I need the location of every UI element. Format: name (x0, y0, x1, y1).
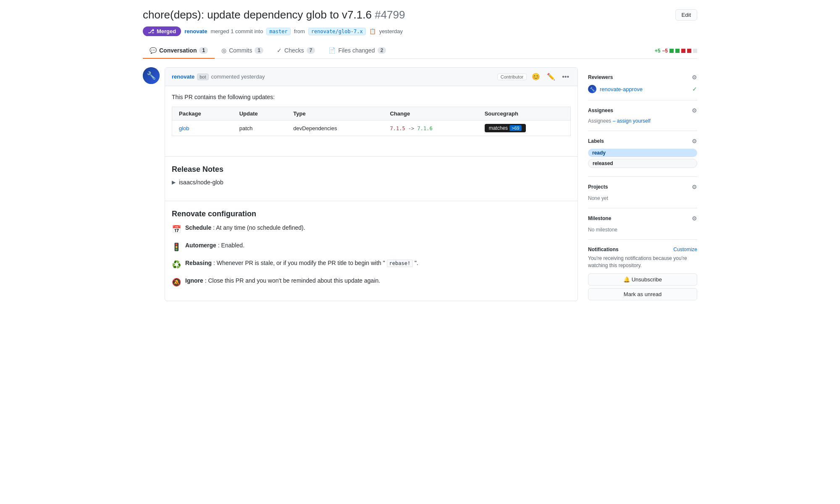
milestone-empty: No milestone (588, 227, 617, 233)
diff-block-1 (669, 49, 674, 53)
sg-matches-label: matches (489, 125, 508, 131)
base-branch[interactable]: master (266, 28, 290, 35)
ignore-emoji: 🔕 (172, 277, 181, 288)
automerge-emoji: 🚦 (172, 242, 181, 253)
tab-commits-label: Commits (229, 47, 252, 54)
edit-button[interactable]: Edit (675, 9, 697, 21)
reviewer-name[interactable]: renovate-approve (600, 86, 689, 92)
avatar-image: 🔧 (143, 67, 160, 84)
labels-gear[interactable]: ⚙ (692, 138, 697, 144)
reviewers-title: Reviewers (588, 74, 613, 80)
sourcegraph-button[interactable]: matches >69 (485, 124, 526, 132)
tab-files-label: Files changed (338, 47, 375, 54)
add-reaction-button[interactable]: 😊 (530, 72, 542, 81)
triangle-icon: ▶ (172, 179, 176, 185)
comment-intro: This PR contains the following updates: (172, 93, 571, 102)
pr-author[interactable]: renovate (184, 28, 207, 34)
ignore-label: Ignore (185, 277, 203, 284)
pr-title-row: chore(deps): update dependency glob to v… (143, 8, 697, 21)
merge-icon: ⎇ (148, 28, 154, 34)
col-type: Type (286, 107, 383, 121)
release-notes-label: isaacs/node-glob (179, 179, 223, 186)
customize-link[interactable]: Customize (673, 247, 697, 252)
main-content: 🔧 renovate bot commented yesterday Contr… (143, 67, 697, 310)
merged-label: Merged (157, 28, 176, 34)
mark-unread-button[interactable]: Mark as unread (588, 288, 697, 300)
milestone-title: Milestone (588, 215, 611, 221)
more-options-button[interactable]: ••• (560, 72, 571, 81)
comment-thread: 🔧 renovate bot commented yesterday Contr… (143, 67, 578, 301)
renovate-config-title: Renovate configuration (172, 210, 571, 218)
release-notes-section: Release Notes ▶ isaacs/node-glob (165, 165, 578, 192)
pr-title-text: chore(deps): update dependency glob to v… (143, 8, 372, 21)
tab-files-changed[interactable]: 📄 Files changed 2 (322, 43, 393, 59)
sidebar-reviewers: Reviewers ⚙ 🔧 renovate-approve ✓ (588, 67, 697, 100)
type-cell: devDependencies (286, 121, 383, 136)
release-notes-item[interactable]: ▶ isaacs/node-glob (172, 179, 571, 186)
rebasing-label: Rebasing (185, 260, 212, 266)
diff-block-3 (681, 49, 685, 53)
pr-action: merged 1 commit into (210, 28, 263, 34)
col-change: Change (383, 107, 478, 121)
change-cell: 7.1.5 -> 7.1.6 (383, 121, 478, 136)
automerge-value: : Enabled. (218, 242, 244, 249)
col-update: Update (233, 107, 287, 121)
copy-branch-icon[interactable]: 📋 (369, 28, 376, 34)
pkg-link[interactable]: glob (179, 125, 189, 131)
notifications-title: Notifications (588, 247, 619, 252)
avatar: 🔧 (143, 67, 160, 84)
labels-header: Labels ⚙ (588, 138, 697, 144)
diff-minus: −5 (662, 48, 668, 54)
tabs-bar: 💬 Conversation 1 ◎ Commits 1 ✓ Checks 7 … (143, 43, 697, 59)
comment-box: renovate bot commented yesterday Contrib… (165, 67, 578, 301)
assignees-header: Assignees ⚙ (588, 107, 697, 114)
reviewer-avatar: 🔧 (588, 85, 596, 93)
config-rebasing: ♻️ Rebasing : Whenever PR is stale, or i… (172, 259, 571, 270)
unsubscribe-button[interactable]: 🔔 Unsubscribe (588, 273, 697, 286)
sidebar-milestone: Milestone ⚙ No milestone (588, 208, 697, 240)
head-branch[interactable]: renovate/glob-7.x (308, 28, 366, 35)
config-schedule: 📅 Schedule : At any time (no schedule de… (172, 223, 571, 235)
diff-block-4 (687, 49, 691, 53)
label-chip-released[interactable]: released (588, 159, 697, 168)
pr-title: chore(deps): update dependency glob to v… (143, 8, 405, 21)
tab-checks[interactable]: ✓ Checks 7 (270, 43, 322, 59)
pkg-cell: glob (172, 121, 233, 136)
projects-gear[interactable]: ⚙ (692, 184, 697, 190)
tab-commits-count: 1 (255, 47, 263, 54)
comment-header: renovate bot commented yesterday Contrib… (165, 68, 578, 86)
pr-meta: ⎇ Merged renovate merged 1 commit into m… (143, 26, 697, 36)
edit-comment-button[interactable]: ✏️ (545, 72, 557, 81)
commenter-name[interactable]: renovate (172, 74, 194, 80)
renovate-config-section: Renovate configuration 📅 Schedule : At a… (165, 210, 578, 301)
label-chip-ready[interactable]: ready (588, 149, 697, 157)
projects-empty: None yet (588, 195, 608, 201)
milestone-header: Milestone ⚙ (588, 215, 697, 222)
tab-checks-count: 7 (307, 47, 315, 54)
sg-cell: matches >69 (478, 121, 571, 136)
commits-icon: ◎ (221, 47, 226, 54)
merged-badge: ⎇ Merged (143, 26, 181, 36)
notifications-header: Notifications Customize (588, 247, 697, 252)
approved-icon: ✓ (692, 86, 697, 92)
rebasing-emoji: ♻️ (172, 259, 181, 270)
update-cell: patch (233, 121, 287, 136)
assignees-title: Assignees (588, 108, 613, 113)
notifications-desc: You're receiving notifications because y… (588, 255, 697, 269)
tab-conversation[interactable]: 💬 Conversation 1 (143, 43, 215, 59)
sidebar-projects: Projects ⚙ None yet (588, 177, 697, 208)
config-automerge-text: Automerge : Enabled. (185, 241, 571, 250)
assignees-gear[interactable]: ⚙ (692, 107, 697, 114)
sidebar-assignees: Assignees ⚙ Assignees – assign yourself (588, 100, 697, 131)
milestone-gear[interactable]: ⚙ (692, 215, 697, 222)
assign-yourself: Assignees – assign yourself (588, 118, 697, 124)
comment-header-left: renovate bot commented yesterday (172, 74, 265, 80)
tab-commits[interactable]: ◎ Commits 1 (215, 43, 270, 59)
tab-files-count: 2 (378, 47, 386, 54)
sidebar-notifications: Notifications Customize You're receiving… (588, 240, 697, 310)
contributor-badge: Contributor (497, 74, 527, 80)
assign-yourself-link[interactable]: – assign yourself (613, 118, 651, 124)
config-rebasing-text: Rebasing : Whenever PR is stale, or if y… (185, 259, 571, 268)
reviewers-gear[interactable]: ⚙ (692, 74, 697, 81)
config-schedule-text: Schedule : At any time (no schedule defi… (185, 223, 571, 232)
